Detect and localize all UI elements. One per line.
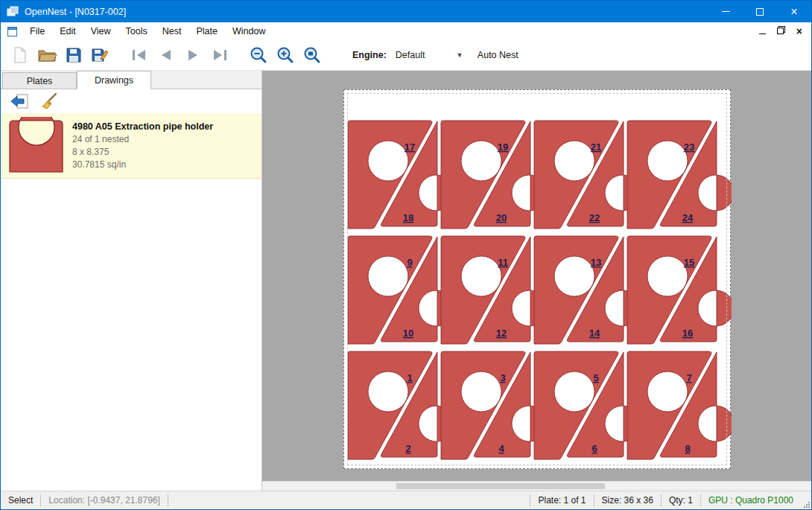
app-window: OpenNest - [N0317-002] × File Edit View … [0, 0, 812, 510]
zoom-fit-button[interactable] [299, 42, 326, 68]
status-separator [168, 494, 168, 506]
part-number-label: 4 [498, 443, 504, 454]
new-file-button[interactable] [7, 42, 34, 68]
previous-plate-button[interactable] [153, 42, 180, 68]
nest-cell[interactable]: 1920 [441, 121, 548, 229]
plate-sheet: 171819202122232491011121314151612345678 [343, 89, 731, 469]
next-plate-button[interactable] [180, 42, 206, 68]
part-thumbnail [7, 117, 66, 175]
broom-icon [39, 92, 59, 110]
drawing-nested-count: 24 of 1 nested [72, 134, 213, 144]
titlebar: OpenNest - [N0317-002] × [1, 1, 811, 22]
mdi-minimize-button[interactable] [759, 26, 766, 36]
zoom-out-icon [250, 46, 267, 64]
part-number-label: 6 [591, 443, 597, 454]
drawing-list-item[interactable]: 4980 A05 Extraction pipe holder 24 of 1 … [1, 113, 261, 179]
part-number-label: 20 [496, 212, 507, 223]
nest-cell[interactable]: 2122 [534, 121, 641, 229]
send-to-plate-button[interactable] [8, 92, 31, 111]
close-button[interactable]: × [777, 1, 811, 22]
nest-cell[interactable]: 34 [441, 351, 548, 459]
left-panel: Plates Drawings [1, 71, 262, 491]
engine-label: Engine: [352, 50, 387, 60]
part-number-label: 19 [498, 141, 508, 153]
nest-cell[interactable]: 1718 [348, 121, 454, 229]
status-size: Size: 36 x 36 [594, 495, 661, 506]
status-location: Location: [-0.9437, 21.8796] [41, 495, 167, 506]
part-number-label: 21 [591, 141, 601, 153]
nest-cell[interactable]: 910 [348, 236, 454, 344]
nest-svg: 171819202122232491011121314151612345678 [344, 90, 732, 470]
status-qty: Qty: 1 [662, 495, 700, 506]
engine-value: Default [396, 50, 425, 60]
nest-cell[interactable]: 12 [348, 351, 454, 459]
blue-arrow-icon [10, 93, 29, 109]
engine-select[interactable]: Default ▼ [393, 46, 467, 64]
part-number-label: 10 [403, 328, 413, 339]
nest-cell[interactable]: 1112 [441, 236, 548, 344]
part-number-label: 5 [593, 372, 598, 383]
drawings-toolbar [1, 89, 261, 113]
part-number-label: 15 [684, 257, 694, 268]
menu-file[interactable]: File [22, 22, 52, 40]
last-plate-button[interactable] [206, 42, 233, 68]
nest-cell[interactable]: 56 [534, 351, 641, 459]
first-arrow-icon [130, 48, 148, 62]
save-icon [66, 47, 82, 63]
part-number-label: 14 [589, 328, 600, 339]
mdi-close-button[interactable]: × [796, 26, 802, 36]
open-button[interactable] [34, 42, 60, 68]
status-mode: Select [1, 495, 40, 506]
tab-drawings[interactable]: Drawings [77, 71, 151, 89]
last-arrow-icon [211, 48, 229, 62]
part-number-label: 18 [403, 212, 413, 223]
window-title: OpenNest - [N0317-002] [25, 7, 126, 17]
maximize-button[interactable] [743, 1, 777, 22]
menu-view[interactable]: View [83, 22, 118, 40]
zoom-in-button[interactable] [272, 42, 299, 68]
drawing-title: 4980 A05 Extraction pipe holder [72, 121, 213, 132]
part-number-label: 1 [407, 372, 412, 383]
previous-arrow-icon [158, 48, 174, 62]
nest-cell[interactable]: 1516 [627, 236, 732, 344]
menu-tools[interactable]: Tools [118, 22, 155, 40]
menu-edit[interactable]: Edit [52, 22, 83, 40]
part-number-label: 7 [686, 372, 691, 383]
zoom-out-button[interactable] [245, 42, 272, 68]
tab-plates[interactable]: Plates [2, 72, 77, 89]
maximize-icon [756, 8, 764, 16]
mdi-restore-icon [777, 26, 785, 34]
chevron-down-icon: ▼ [456, 51, 463, 59]
clear-nest-button[interactable] [38, 92, 60, 111]
drawing-area: 30.7815 sq/in [72, 159, 213, 170]
nest-canvas[interactable]: 171819202122232491011121314151612345678 [262, 71, 811, 491]
nest-cell[interactable]: 2324 [627, 121, 732, 229]
menu-window[interactable]: Window [225, 22, 273, 40]
menu-plate[interactable]: Plate [188, 22, 225, 40]
statusbar: Select Location: [-0.9437, 21.8796] Plat… [1, 491, 811, 509]
part-number-label: 12 [496, 328, 507, 339]
save-button[interactable] [60, 42, 87, 68]
nest-cell[interactable]: 1314 [534, 236, 641, 344]
resize-grip[interactable] [801, 491, 811, 509]
part-number-label: 13 [591, 257, 601, 268]
menu-nest[interactable]: Nest [155, 22, 189, 40]
nest-cell[interactable]: 78 [627, 351, 732, 459]
mdi-restore-button[interactable] [777, 26, 785, 36]
part-number-label: 3 [500, 372, 505, 383]
zoom-in-icon [276, 46, 294, 64]
scrollbar-thumb[interactable] [396, 483, 605, 489]
next-arrow-icon [185, 48, 201, 62]
save-as-button[interactable] [87, 42, 114, 68]
first-plate-button[interactable] [126, 42, 153, 68]
toolbar: Engine: Default ▼ Auto Nest [1, 40, 811, 71]
part-number-label: 11 [498, 257, 508, 268]
auto-nest-button[interactable]: Auto Nest [478, 50, 518, 60]
open-folder-icon [37, 47, 57, 63]
minimize-button[interactable] [708, 1, 743, 22]
horizontal-scrollbar[interactable] [262, 481, 811, 491]
drawings-list-empty-area [1, 179, 261, 491]
app-icon [7, 6, 19, 18]
mdi-minimize-icon [759, 34, 766, 34]
minimize-icon [722, 11, 730, 12]
